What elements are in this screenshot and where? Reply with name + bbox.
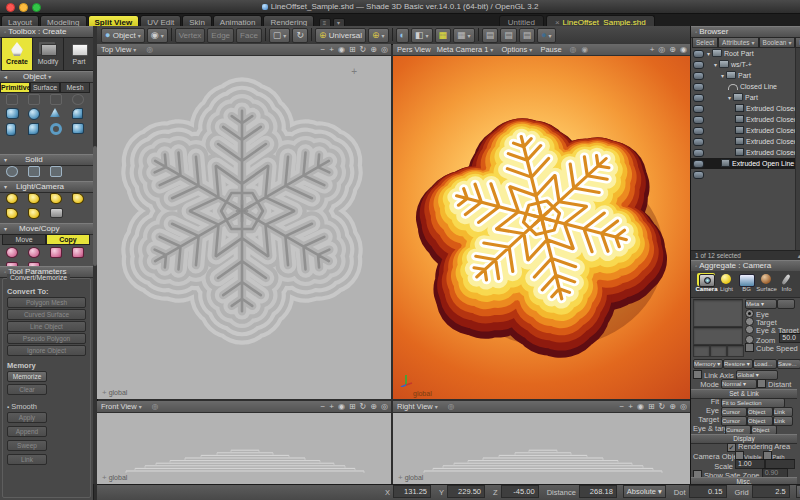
- right-viewport[interactable]: Right View▾ ◎ −+◉⊞↻⊕◎ +global: [393, 401, 690, 484]
- coordinate-mode-dropdown[interactable]: Absolute ▾: [623, 485, 666, 498]
- grid-button[interactable]: ▦▾: [453, 28, 475, 43]
- options-dropdown[interactable]: Options▾: [501, 45, 532, 54]
- toolbox-tab-create[interactable]: Create: [1, 37, 33, 71]
- pers-view-header[interactable]: Pers ViewMeta Camera 1▾ Options▾ Pause ◎…: [393, 44, 690, 56]
- zoom-in-icon[interactable]: +: [628, 402, 634, 411]
- move-copy-tab-move[interactable]: Move: [2, 234, 46, 245]
- mirror-button[interactable]: ◧▾: [411, 28, 433, 43]
- tree-row[interactable]: Extruded Closed: [691, 114, 795, 125]
- render-toggle[interactable]: [693, 127, 704, 135]
- tree-row[interactable]: Extruded Open Line: [691, 158, 795, 169]
- tree-row[interactable]: Extruded Closed: [691, 125, 795, 136]
- expand-icon[interactable]: ▾: [714, 62, 717, 68]
- camera-icon[interactable]: [48, 207, 64, 220]
- render-icon[interactable]: ◉: [581, 45, 588, 54]
- radio-eye-target[interactable]: [745, 325, 754, 334]
- cylinder-icon[interactable]: [4, 122, 20, 135]
- magnify-icon[interactable]: [4, 246, 20, 259]
- render-toggle[interactable]: [693, 83, 704, 91]
- status-value-z[interactable]: -45.00: [501, 485, 539, 498]
- magnify-icon[interactable]: ⊕: [370, 45, 378, 54]
- spot-light-icon[interactable]: [26, 192, 42, 205]
- render-preview-icon[interactable]: ◎: [381, 45, 389, 54]
- distant-light-icon[interactable]: [70, 192, 86, 205]
- render-toggle[interactable]: [693, 61, 704, 69]
- arc-icon[interactable]: [48, 165, 64, 178]
- gear-icon[interactable]: ◎: [146, 45, 153, 54]
- point-light-icon[interactable]: [4, 192, 20, 205]
- browser-scrollbar[interactable]: [795, 48, 800, 250]
- grid-snap-button[interactable]: ▦: [435, 28, 452, 43]
- type-tab-surface[interactable]: Surface: [30, 82, 60, 93]
- radio-zoom[interactable]: [745, 335, 754, 344]
- magnify-icon[interactable]: ⊕: [370, 402, 378, 411]
- select-region-button[interactable]: ▢▾: [269, 28, 291, 43]
- type-tab-primitive[interactable]: Primitive: [0, 82, 30, 93]
- status-value-distance[interactable]: 268.18: [579, 485, 617, 498]
- pan-icon[interactable]: ⊞: [349, 45, 357, 54]
- camera-trackpad[interactable]: [710, 345, 727, 357]
- expand-icon[interactable]: ▾: [728, 95, 731, 101]
- area-light-icon[interactable]: [26, 207, 42, 220]
- world-coords-button[interactable]: ◐: [396, 28, 409, 43]
- tree-row[interactable]: ▾Part: [691, 92, 795, 103]
- tree-row[interactable]: ▾Root Part: [691, 48, 795, 59]
- wire-sphere-icon[interactable]: [4, 165, 20, 178]
- unit-dropdown[interactable]: mm ▾: [796, 485, 800, 498]
- render-toggle[interactable]: [693, 94, 704, 102]
- camera-trackpad[interactable]: [693, 345, 710, 357]
- orbit-icon[interactable]: ↻: [360, 402, 368, 411]
- render-toggle[interactable]: [693, 105, 704, 113]
- keypad-1-button[interactable]: ▤: [482, 28, 499, 43]
- oblique-cylinder-icon[interactable]: [26, 122, 42, 135]
- zoom-value-field[interactable]: 50.0: [779, 333, 800, 343]
- cone-icon[interactable]: [48, 107, 64, 120]
- rounded-cube-icon[interactable]: [4, 107, 20, 120]
- type-tab-mesh[interactable]: Mesh: [60, 82, 90, 93]
- magnify-icon[interactable]: ⊕: [669, 45, 677, 54]
- render-toggle[interactable]: [693, 171, 704, 179]
- load-button[interactable]: Load...: [753, 359, 777, 369]
- manipulator-button[interactable]: ⊕▾: [368, 28, 389, 43]
- mode-dropdown[interactable]: Normal ▾: [721, 379, 757, 389]
- render-toggle[interactable]: [693, 116, 704, 124]
- render-toggle[interactable]: [693, 138, 704, 146]
- orbit-icon[interactable]: ↻: [360, 45, 368, 54]
- spot-light-2-icon[interactable]: [48, 192, 64, 205]
- path-light-icon[interactable]: [4, 207, 20, 220]
- render-preview-icon[interactable]: ◎: [680, 402, 688, 411]
- orbit-tool-button[interactable]: ↻: [292, 28, 308, 43]
- pers-viewport[interactable]: Pers ViewMeta Camera 1▾ Options▾ Pause ◎…: [393, 44, 690, 399]
- memorize-button[interactable]: Memorize: [7, 371, 47, 382]
- checkbox[interactable]: [757, 379, 766, 388]
- top-view-header[interactable]: Top View▾ ◎ −+◉⊞↻⊕◎: [97, 44, 391, 56]
- camera-select-dropdown[interactable]: Meta Camera 1▾: [437, 45, 494, 54]
- zoom-out-icon[interactable]: −: [321, 45, 327, 54]
- front-viewport[interactable]: Front View▾ ◎ −+◉⊞↻⊕◎ +global: [97, 401, 391, 484]
- zoom-out-icon[interactable]: −: [321, 402, 327, 411]
- checkbox[interactable]: [693, 370, 702, 379]
- zoom-out-icon[interactable]: −: [620, 402, 626, 411]
- camera-icon[interactable]: ◉: [338, 402, 346, 411]
- checkbox[interactable]: [745, 343, 754, 352]
- sphere-icon[interactable]: [26, 107, 42, 120]
- wedge-icon[interactable]: [70, 107, 86, 120]
- smooth-label[interactable]: ▪Smooth: [7, 402, 90, 411]
- camera-trackpad[interactable]: [693, 299, 743, 327]
- camera-icon[interactable]: ◉: [637, 402, 645, 411]
- camera-trackpad[interactable]: [693, 327, 743, 345]
- zoom-in-icon[interactable]: +: [329, 45, 335, 54]
- render-preview-icon[interactable]: ◎: [658, 45, 666, 54]
- browser-tab-boolean[interactable]: Boolean▾: [759, 37, 796, 48]
- camera-trackpad[interactable]: [727, 345, 744, 357]
- shaded-sphere-button[interactable]: ●▾: [537, 28, 555, 43]
- status-value-dot[interactable]: 0.15: [689, 485, 727, 498]
- pan-icon[interactable]: ⊞: [648, 402, 656, 411]
- move-copy-tab-copy[interactable]: Copy: [46, 234, 90, 245]
- toolbox-tab-part[interactable]: Part: [63, 37, 95, 71]
- universal-manipulator-button[interactable]: ⊕ Universal: [315, 28, 366, 43]
- lasso-icon[interactable]: [4, 93, 20, 106]
- save-button[interactable]: Save...: [777, 359, 800, 369]
- revolve-icon[interactable]: [26, 93, 42, 106]
- top-viewport[interactable]: Top View▾ ◎ −+◉⊞↻⊕◎ + +global: [97, 44, 391, 399]
